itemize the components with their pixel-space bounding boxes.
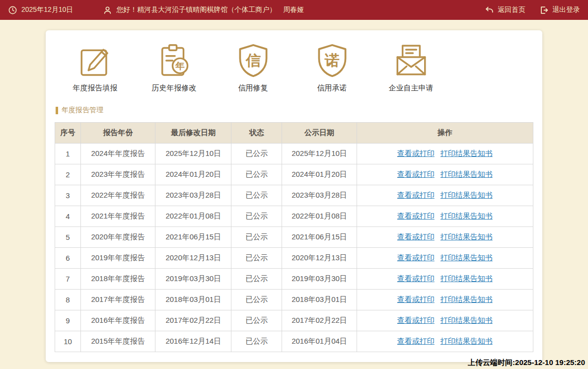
print-result-notice-link[interactable]: 打印结果告知书: [441, 191, 493, 199]
row-report-year: 2018年年度报告: [81, 269, 155, 290]
print-result-notice-link[interactable]: 打印结果告知书: [441, 316, 493, 324]
row-report-year: 2015年年度报告: [81, 331, 155, 352]
table-header-row: 序号 报告年份 最后修改日期 状态 公示日期 操作: [55, 123, 533, 144]
row-modified-date: 2021年06月15日: [155, 227, 231, 248]
row-actions: 查看或打印打印结果告知书: [357, 206, 533, 227]
row-no: 7: [55, 269, 81, 290]
row-modified-date: 2019年03月30日: [155, 269, 231, 290]
col-header-published: 公示日期: [282, 123, 357, 144]
col-header-year: 报告年份: [81, 123, 155, 144]
row-status: 已公示: [231, 227, 282, 248]
credit-promise-shield-icon: 诺: [314, 42, 351, 79]
col-header-modified: 最后修改日期: [155, 123, 231, 144]
nav-enterprise-self-apply[interactable]: 企业自主申请: [371, 42, 450, 93]
back-home-label: 返回首页: [498, 5, 525, 14]
row-no: 1: [55, 144, 81, 164]
section-title-bar: [56, 107, 58, 114]
row-no: 4: [55, 206, 81, 227]
row-modified-date: 2024年01月20日: [155, 164, 231, 185]
print-result-notice-link[interactable]: 打印结果告知书: [441, 170, 493, 178]
row-report-year: 2023年年度报告: [81, 164, 155, 185]
view-or-print-link[interactable]: 查看或打印: [397, 337, 435, 345]
logout-link[interactable]: 退出登录: [539, 5, 580, 15]
nuo-glyph: 诺: [324, 52, 339, 69]
table-row: 12024年年度报告2025年12月10日已公示2025年12月10日查看或打印…: [55, 144, 533, 164]
view-or-print-link[interactable]: 查看或打印: [397, 212, 435, 220]
row-published-date: 2019年03月30日: [282, 269, 357, 290]
row-modified-date: 2025年12月10日: [155, 144, 231, 164]
nav-label: 年度报告填报: [73, 83, 118, 93]
row-published-date: 2024年01月20日: [282, 164, 357, 185]
row-published-date: 2017年02月22日: [282, 310, 357, 331]
upload-time-text: 上传云端时间:2025-12-10 19:25:20: [468, 358, 585, 368]
row-actions: 查看或打印打印结果告知书: [357, 269, 533, 290]
nav-annual-report-fill[interactable]: 年度报告填报: [56, 42, 135, 93]
header-greeting: 您好！精河县大河沿子镇晴阁棋牌馆（个体工商户） 周春娅: [116, 5, 304, 14]
row-report-year: 2024年年度报告: [81, 144, 155, 164]
nav-credit-repair[interactable]: 信 信用修复: [214, 42, 293, 93]
row-report-year: 2019年年度报告: [81, 248, 155, 269]
mail-application-icon: [393, 42, 430, 79]
print-result-notice-link[interactable]: 打印结果告知书: [441, 337, 493, 345]
view-or-print-link[interactable]: 查看或打印: [397, 232, 435, 241]
row-report-year: 2022年年度报告: [81, 185, 155, 206]
logout-icon: [539, 5, 549, 15]
view-or-print-link[interactable]: 查看或打印: [397, 191, 435, 199]
nav-label: 信用承诺: [317, 83, 347, 93]
row-actions: 查看或打印打印结果告知书: [357, 331, 533, 352]
view-or-print-link[interactable]: 查看或打印: [397, 253, 435, 262]
table-row: 52020年年度报告2021年06月15日已公示2021年06月15日查看或打印…: [55, 227, 533, 248]
row-actions: 查看或打印打印结果告知书: [357, 227, 533, 248]
row-report-year: 2021年年度报告: [81, 206, 155, 227]
col-header-actions: 操作: [357, 123, 533, 144]
row-actions: 查看或打印打印结果告知书: [357, 164, 533, 185]
print-result-notice-link[interactable]: 打印结果告知书: [441, 253, 493, 262]
table-row: 102015年年度报告2016年12月14日已公示2016年01月04日查看或打…: [55, 331, 533, 352]
row-status: 已公示: [231, 144, 282, 164]
row-status: 已公示: [231, 269, 282, 290]
history-report-icon: 年: [156, 42, 193, 79]
row-modified-date: 2020年12月13日: [155, 248, 231, 269]
row-no: 2: [55, 164, 81, 185]
row-status: 已公示: [231, 331, 282, 352]
print-result-notice-link[interactable]: 打印结果告知书: [441, 232, 493, 241]
nav-history-report-edit[interactable]: 年 历史年报修改: [135, 42, 214, 93]
row-no: 9: [55, 310, 81, 331]
view-or-print-link[interactable]: 查看或打印: [397, 316, 435, 324]
table-row: 82017年年度报告2018年03月01日已公示2018年03月01日查看或打印…: [55, 290, 533, 310]
view-or-print-link[interactable]: 查看或打印: [397, 295, 435, 303]
print-result-notice-link[interactable]: 打印结果告知书: [441, 295, 493, 303]
row-actions: 查看或打印打印结果告知书: [357, 310, 533, 331]
row-status: 已公示: [231, 206, 282, 227]
row-published-date: 2021年06月15日: [282, 227, 357, 248]
nav-credit-promise[interactable]: 诺 信用承诺: [293, 42, 371, 93]
row-status: 已公示: [231, 164, 282, 185]
row-status: 已公示: [231, 310, 282, 331]
row-report-year: 2016年年度报告: [81, 310, 155, 331]
col-header-no: 序号: [55, 123, 81, 144]
row-report-year: 2017年年度报告: [81, 290, 155, 310]
row-no: 5: [55, 227, 81, 248]
table-row: 32022年年度报告2023年03月28日已公示2023年03月28日查看或打印…: [55, 185, 533, 206]
print-result-notice-link[interactable]: 打印结果告知书: [441, 274, 493, 283]
annual-report-table: 序号 报告年份 最后修改日期 状态 公示日期 操作 12024年年度报告2025…: [55, 122, 533, 352]
row-modified-date: 2018年03月01日: [155, 290, 231, 310]
row-published-date: 2018年03月01日: [282, 290, 357, 310]
nav-label: 企业自主申请: [389, 83, 434, 93]
print-result-notice-link[interactable]: 打印结果告知书: [441, 212, 493, 220]
row-status: 已公示: [231, 185, 282, 206]
row-published-date: 2023年03月28日: [282, 185, 357, 206]
row-report-year: 2020年年度报告: [81, 227, 155, 248]
row-published-date: 2022年01月08日: [282, 206, 357, 227]
view-or-print-link[interactable]: 查看或打印: [397, 170, 435, 178]
view-or-print-link[interactable]: 查看或打印: [397, 149, 435, 157]
row-no: 10: [55, 331, 81, 352]
row-status: 已公示: [231, 290, 282, 310]
print-result-notice-link[interactable]: 打印结果告知书: [441, 149, 493, 157]
clock-icon: [8, 5, 17, 15]
header-date: 2025年12月10日: [21, 5, 73, 14]
credit-repair-shield-icon: 信: [235, 42, 272, 79]
year-glyph: 年: [175, 61, 185, 71]
back-home-link[interactable]: 返回首页: [485, 5, 525, 15]
view-or-print-link[interactable]: 查看或打印: [397, 274, 435, 283]
